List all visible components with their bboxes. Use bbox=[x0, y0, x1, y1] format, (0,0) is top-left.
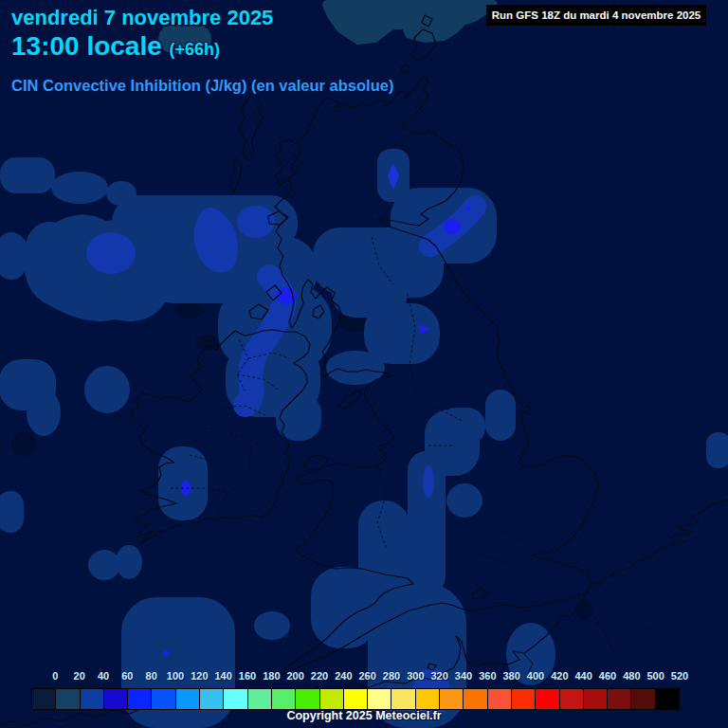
colorbar-box bbox=[511, 688, 536, 710]
map-header: vendredi 7 novembre 2025 13:00 locale (+… bbox=[11, 6, 393, 95]
colorbar-box bbox=[607, 688, 631, 710]
weather-map-screenshot: vendredi 7 novembre 2025 13:00 locale (+… bbox=[0, 0, 728, 728]
colorbar-box bbox=[655, 688, 680, 710]
colorbar-box bbox=[295, 688, 319, 710]
colorbar-box bbox=[463, 688, 487, 710]
run-info-banner: Run GFS 18Z du mardi 4 novembre 2025 bbox=[486, 5, 706, 26]
colorbar-box bbox=[55, 688, 80, 710]
colorbar-box bbox=[583, 688, 608, 710]
colorbar-box bbox=[367, 688, 391, 710]
colorbar-box bbox=[127, 688, 152, 710]
colorbar-box bbox=[535, 688, 559, 710]
colorbar-box bbox=[391, 688, 415, 710]
colorbar-labels: 0204060801001201401601802002202402602803… bbox=[0, 670, 728, 685]
forecast-offset-label: (+66h) bbox=[170, 40, 221, 59]
colorbar-box bbox=[151, 688, 175, 710]
colorbar-box bbox=[630, 688, 655, 710]
colorbar-box bbox=[175, 688, 200, 710]
colorbar-box bbox=[199, 688, 224, 710]
colorbar-tick-label: 520 bbox=[664, 670, 695, 682]
colorbar-box bbox=[415, 688, 440, 710]
colorbar-box bbox=[247, 688, 272, 710]
colorbar-box bbox=[31, 688, 56, 710]
colorbar-box bbox=[319, 688, 344, 710]
colorbar-box bbox=[223, 688, 247, 710]
copyright-label: Copyright 2025 Meteociel.fr bbox=[0, 709, 728, 722]
colorbar-box bbox=[271, 688, 296, 710]
colorbar-box bbox=[439, 688, 464, 710]
colorbar-box bbox=[559, 688, 584, 710]
colorbar-box bbox=[80, 688, 104, 710]
valid-time-label: 13:00 locale (+66h) bbox=[11, 31, 393, 62]
colorbar-box bbox=[103, 688, 128, 710]
cin-map-svg bbox=[0, 0, 728, 728]
colorbar-box bbox=[487, 688, 512, 710]
parameter-title: CIN Convective Inhibition (J/kg) (en val… bbox=[11, 77, 393, 95]
colorbar-boxes bbox=[31, 688, 680, 710]
date-label: vendredi 7 novembre 2025 bbox=[11, 6, 393, 30]
colorbar-box bbox=[343, 688, 368, 710]
